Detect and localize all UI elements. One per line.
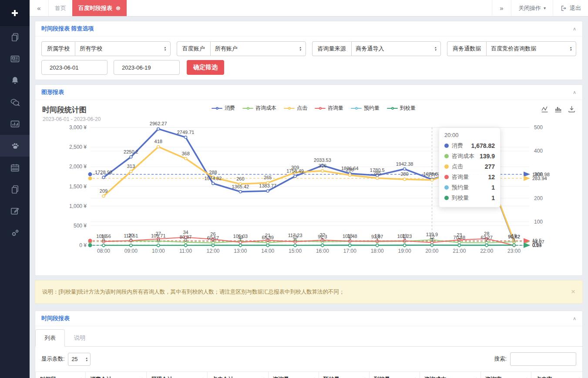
tooltip-series-name: 点击	[452, 163, 463, 171]
school-select-value: 所有学校	[80, 45, 102, 53]
download-icon[interactable]	[568, 105, 575, 114]
inquiry-source-select[interactable]: 商务通导入 ▴▾	[351, 41, 441, 56]
bar-chart-toggle-icon[interactable]	[554, 105, 562, 114]
time-period-line-chart[interactable]: 08:0009:0010:0011:0012:0013:0014:0015:00…	[35, 114, 584, 266]
chart-panel: 图形报表 ∧ 时间段统计图 2023-06-01 - 2023-06-20 消费…	[35, 84, 583, 276]
logout-label: 退出	[570, 4, 581, 12]
chart-body[interactable]: 时间段统计图 2023-06-01 - 2023-06-20 消费咨询成本点击咨…	[35, 100, 582, 275]
legend-item-2[interactable]: 点击	[284, 104, 307, 112]
column-header-7[interactable]: 咨询成本▲▼	[420, 372, 481, 378]
legend-marker-icon	[212, 106, 222, 110]
collapse-icon[interactable]: ∧	[573, 26, 576, 32]
legend-marker-icon	[242, 106, 253, 110]
confirm-filter-button[interactable]: 确定筛选	[187, 60, 224, 75]
line-chart-toggle-icon[interactable]	[541, 105, 548, 114]
main-area: « 首页 百度时段报表 ⊗ » 关闭操作 ▾ 退出	[30, 0, 588, 378]
tooltip-series-value: 1	[491, 184, 495, 191]
tab-close-icon[interactable]: ⊗	[116, 5, 121, 11]
sidebar-item-documents[interactable]	[0, 26, 30, 48]
filter-panel-title: 时间段报表 筛查选项	[41, 25, 94, 33]
column-label: 展现合计	[151, 376, 173, 378]
column-header-1[interactable]: 消费合计▲▼	[86, 372, 147, 378]
legend-item-0[interactable]: 消费	[212, 104, 235, 112]
svg-text:0.13: 0.13	[532, 243, 541, 248]
column-header-2[interactable]: 展现合计▲▼	[147, 372, 208, 378]
svg-text:288: 288	[209, 170, 217, 175]
topbar: « 首页 百度时段报表 ⊗ » 关闭操作 ▾ 退出	[30, 0, 588, 17]
search-label: 搜索:	[494, 355, 507, 363]
sidebar-item-statistics[interactable]	[0, 113, 30, 135]
svg-text:500 ¥: 500 ¥	[74, 223, 87, 229]
column-header-0[interactable]: 时间段▲▼	[36, 372, 86, 378]
sidebar-item-notifications[interactable]	[0, 70, 30, 91]
note-close-icon[interactable]: ×	[571, 288, 575, 296]
column-header-5[interactable]: 预约量▲▼	[319, 372, 370, 378]
sidebar-add-button[interactable]	[0, 0, 30, 26]
sidebar-item-files[interactable]	[0, 178, 30, 200]
sidebar-item-news[interactable]	[0, 48, 30, 70]
chart-toolbox	[541, 105, 575, 114]
svg-text:08:00: 08:00	[97, 248, 110, 254]
sidebar-item-attendance[interactable]	[0, 135, 30, 157]
tooltip-series-value: 1,678.82	[471, 142, 495, 149]
swt-data-label: 商务通数据	[447, 41, 486, 56]
svg-text:2033.53: 2033.53	[314, 157, 331, 163]
app-root: « 首页 百度时段报表 ⊗ » 关闭操作 ▾ 退出	[0, 0, 588, 378]
search-input[interactable]	[510, 352, 576, 366]
column-header-4[interactable]: 咨询量▲▼	[269, 372, 319, 378]
sidebar-item-edit[interactable]	[0, 200, 30, 222]
tabs-scroll-right-button[interactable]: »	[492, 0, 511, 16]
sidebar	[0, 0, 30, 378]
date-to-input[interactable]: 2023-06-19	[114, 60, 180, 75]
svg-text:1365.42: 1365.42	[232, 184, 249, 189]
sidebar-item-calendar[interactable]	[0, 157, 30, 178]
collapse-icon[interactable]: ∧	[573, 90, 576, 95]
page-size-select[interactable]: 25 ▴▾	[68, 353, 91, 366]
baidu-account-filter-group: 百度账户 所有账户 ▴▾	[177, 41, 306, 56]
series-dot-icon	[444, 185, 449, 190]
baidu-account-select[interactable]: 所有账户 ▴▾	[210, 41, 306, 56]
sidebar-item-messages[interactable]	[0, 91, 30, 113]
tab-home[interactable]: 首页	[49, 0, 72, 16]
tab-description[interactable]: 说明	[65, 329, 94, 347]
column-header-6[interactable]: 到校量▲▼	[370, 372, 420, 378]
svg-text:14:00: 14:00	[261, 248, 274, 254]
series-dot-icon	[444, 175, 449, 179]
sidebar-item-settings[interactable]	[0, 222, 30, 244]
tooltip-series-value: 139.9	[480, 153, 495, 160]
series-dot-icon	[444, 144, 449, 148]
legend-item-4[interactable]: 预约量	[351, 104, 380, 112]
collapse-icon[interactable]: ∧	[573, 316, 576, 321]
legend-label: 咨询成本	[255, 104, 276, 112]
svg-text:11:00: 11:00	[179, 248, 192, 254]
legend-label: 消费	[225, 104, 235, 112]
school-select[interactable]: 所有学校 ▴▾	[75, 41, 171, 56]
column-header-9[interactable]: 点击率▲▼	[531, 372, 584, 378]
tooltip-title: 20:00	[444, 132, 495, 138]
column-header-8[interactable]: 咨询率▲▼	[481, 372, 531, 378]
legend-item-1[interactable]: 咨询成本	[242, 104, 276, 112]
plus-icon	[10, 9, 19, 17]
svg-text:309: 309	[291, 165, 299, 170]
legend-item-5[interactable]: 到校量	[387, 104, 416, 112]
tooltip-row: 消费1,678.82	[444, 140, 495, 151]
baidu-account-select-value: 所有账户	[215, 45, 238, 53]
legend-item-3[interactable]: 咨询量	[315, 104, 343, 112]
column-header-3[interactable]: 点击合计▲▼	[208, 372, 269, 378]
tooltip-series-name: 预约量	[452, 184, 469, 191]
logout-button[interactable]: 退出	[553, 0, 588, 16]
tooltip-series-value: 12	[488, 174, 495, 181]
tooltip-series-name: 咨询成本	[452, 152, 474, 160]
svg-text:2,500 ¥: 2,500 ¥	[69, 144, 87, 150]
tooltip-row: 点击277	[444, 161, 495, 172]
tabs-scroll-left-button[interactable]: «	[30, 0, 49, 16]
tab-baidu-time-report[interactable]: 百度时段报表 ⊗	[72, 0, 127, 16]
date-from-input[interactable]: 2023-06-01	[41, 60, 108, 75]
column-label: 消费合计	[90, 376, 112, 378]
tab-list[interactable]: 列表	[35, 329, 65, 347]
svg-text:16:00: 16:00	[316, 248, 329, 254]
close-operations-dropdown[interactable]: 关闭操作 ▾	[511, 0, 553, 16]
svg-text:280: 280	[400, 171, 408, 177]
swt-data-select[interactable]: 百度竞价咨询数据 ▴▾	[486, 41, 576, 56]
select-caret-icon: ▴▾	[164, 46, 166, 51]
